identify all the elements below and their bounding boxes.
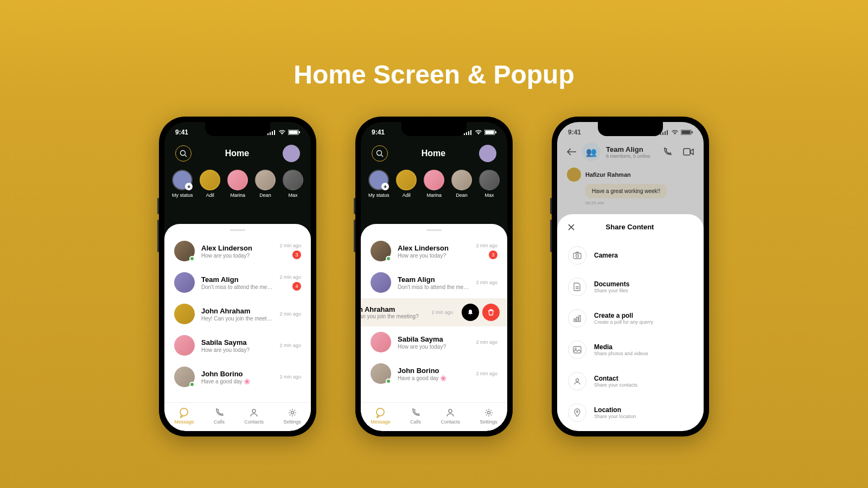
chat-name: Team Align: [201, 275, 273, 284]
chat-name: John Ahraham: [201, 307, 273, 315]
chat-row-swiped[interactable]: ohn Ahrahamy! Can you join the meeting? …: [361, 298, 507, 326]
svg-rect-36: [579, 316, 580, 322]
story-item[interactable]: Adil: [396, 170, 417, 198]
story-item[interactable]: Marina: [424, 170, 444, 198]
nav-calls[interactable]: Calls: [214, 407, 225, 425]
stories-row: +My status Adil Marina Dean Max: [164, 170, 311, 207]
svg-rect-5: [289, 131, 298, 134]
bell-icon: [467, 309, 474, 316]
bottom-nav: Message Calls Contacts Settings: [164, 402, 311, 431]
close-button[interactable]: [568, 224, 575, 230]
chat-name: John Borino: [398, 367, 469, 375]
delete-button[interactable]: [482, 304, 500, 321]
drag-handle[interactable]: [426, 229, 442, 231]
close-icon: [568, 224, 575, 230]
story-item[interactable]: Max: [283, 170, 303, 198]
nav-message[interactable]: Message: [371, 407, 391, 425]
sheet-item-media[interactable]: MediaShare photos and videos: [557, 334, 704, 365]
app-header: Home: [164, 136, 311, 170]
chat-time: 2 min ago: [431, 310, 453, 315]
sheet-header: Share Content: [557, 223, 704, 240]
sheet-item-location[interactable]: LocationShare your location: [557, 397, 704, 428]
chat-row[interactable]: John BorinoHave a good day 🌸2 min ago: [164, 361, 311, 393]
drag-handle[interactable]: [230, 229, 245, 231]
status-indicators: [464, 130, 496, 135]
svg-rect-0: [267, 133, 269, 135]
mute-button[interactable]: [462, 304, 479, 321]
chat-row[interactable]: Alex LindersonHow are you today?2 min ag…: [361, 235, 507, 267]
battery-icon: [288, 130, 300, 135]
nav-contacts[interactable]: Contacts: [441, 407, 460, 425]
svg-point-11: [291, 412, 293, 414]
svg-rect-37: [573, 346, 581, 353]
chat-row[interactable]: Alex LindersonHow are you today?2 min ag…: [164, 235, 311, 267]
search-button[interactable]: [372, 145, 388, 162]
chat-preview: Have a good day 🌸: [201, 378, 273, 384]
nav-label: Message: [174, 419, 194, 425]
chat-name: ohn Ahraham: [361, 305, 420, 313]
sheet-item-contact[interactable]: ContactShare your contacts: [557, 365, 704, 397]
nav-contacts[interactable]: Contacts: [244, 407, 264, 425]
svg-rect-32: [573, 253, 581, 259]
chat-row[interactable]: John AhrahamHey! Can you join the meetin…: [164, 298, 311, 330]
chat-row[interactable]: Team AlignDon't miss to attend the meeti…: [361, 267, 507, 298]
sheet-item-name: Contact: [594, 375, 693, 382]
profile-avatar[interactable]: [479, 145, 496, 162]
nav-settings[interactable]: Settings: [480, 407, 497, 425]
chat-row[interactable]: Team AlignDon't miss to attend the meeti…: [164, 267, 311, 298]
search-button[interactable]: [175, 145, 192, 162]
chat-preview: Don't miss to attend the meeting.: [201, 284, 273, 290]
chat-row[interactable]: John BorinoHave a good day 🌸2 min ago: [361, 358, 507, 389]
sheet-item-sub: Share your contacts: [594, 382, 693, 388]
sheet-title: Share Content: [575, 223, 685, 231]
story-item[interactable]: Marina: [227, 170, 248, 198]
story-my-status[interactable]: +My status: [172, 170, 193, 198]
sheet-item-name: Create a poll: [594, 312, 693, 319]
camera-icon: [573, 252, 582, 259]
sheet-item-sub: Create a poll for any querry: [594, 319, 693, 325]
svg-rect-18: [495, 131, 496, 133]
status-indicators: [267, 130, 300, 135]
chat-name: Team Align: [398, 275, 469, 284]
story-label: Adil: [206, 192, 214, 198]
chat-name: Sabila Sayma: [201, 338, 273, 346]
profile-avatar[interactable]: [283, 145, 300, 162]
story-my-status[interactable]: +My status: [368, 170, 390, 198]
sheet-item-documents[interactable]: DocumentsShare your files: [557, 271, 704, 303]
svg-point-21: [376, 408, 384, 416]
location-icon: [574, 408, 580, 417]
nav-calls[interactable]: Calls: [410, 407, 421, 425]
nav-settings[interactable]: Settings: [283, 407, 301, 425]
svg-rect-35: [577, 317, 578, 322]
svg-point-23: [487, 412, 490, 414]
story-label: Max: [484, 192, 494, 198]
story-item[interactable]: Max: [479, 170, 500, 198]
gear-icon: [483, 407, 494, 418]
chat-preview: How are you today?: [201, 253, 273, 259]
svg-point-9: [180, 408, 188, 416]
chat-row[interactable]: Sabila SaymaHow are you today?2 min ago: [164, 330, 311, 361]
chat-name: John Borino: [201, 370, 273, 378]
story-label: Adil: [403, 192, 411, 198]
story-item[interactable]: Dean: [255, 170, 276, 198]
svg-point-39: [576, 379, 579, 382]
svg-point-19: [377, 151, 382, 156]
story-label: My status: [368, 192, 390, 198]
chat-preview: y! Can you join the meeting?: [361, 313, 420, 319]
chat-preview: How are you today?: [201, 347, 273, 353]
chat-time: 2 min ago: [279, 374, 301, 380]
story-label: Marina: [230, 192, 245, 198]
nav-label: Settings: [283, 419, 301, 425]
svg-rect-34: [574, 319, 576, 322]
story-item[interactable]: Adil: [200, 170, 220, 198]
sheet-item-name: Media: [594, 343, 693, 351]
gear-icon: [287, 407, 298, 418]
nav-message[interactable]: Message: [174, 407, 194, 425]
chat-preview: Have a good day 🌸: [398, 375, 469, 381]
sheet-item-camera[interactable]: Camera: [557, 240, 704, 271]
chat-row[interactable]: Sabila SaymaHow are you today?2 min ago: [361, 326, 507, 358]
chat-time: 2 min ago: [279, 243, 301, 248]
story-item[interactable]: Dean: [451, 170, 472, 198]
svg-rect-17: [486, 131, 494, 134]
sheet-item-poll[interactable]: Create a pollCreate a poll for any querr…: [557, 303, 704, 334]
